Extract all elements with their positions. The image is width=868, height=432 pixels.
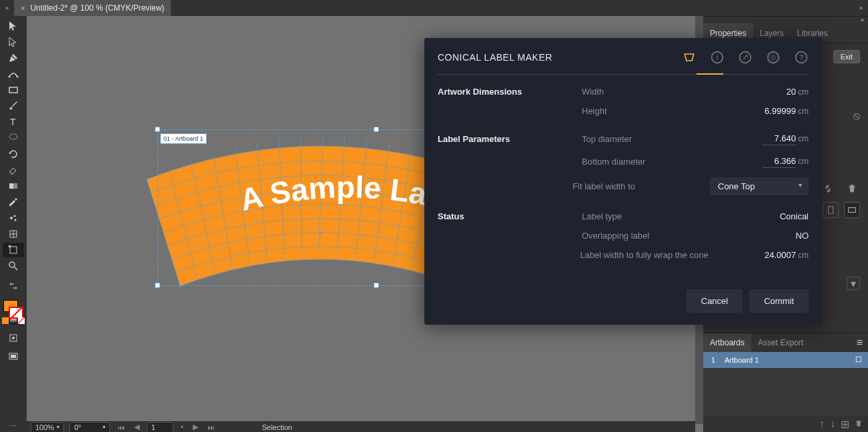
fill-stroke-swatches[interactable] [3,296,23,313]
svg-text:i: i [717,53,719,61]
cancel-button[interactable]: Cancel [687,289,743,313]
label-shape-icon[interactable] [682,50,697,65]
label-type-label: Label type [582,211,729,221]
rotation-select[interactable]: 0° ▾ [69,422,110,433]
rotate-tool[interactable] [3,147,24,161]
toggle-fill-stroke-icon[interactable] [3,279,24,293]
lasso-tool[interactable] [3,131,24,145]
tab-asset-export[interactable]: Asset Export [751,333,810,352]
curvature-tool[interactable] [3,67,24,81]
exit-button[interactable]: Exit [833,50,860,63]
wrap-value: 24.0007 [765,250,796,260]
selection-bounds [157,129,451,286]
page-input[interactable]: 1 [147,422,173,433]
eraser-tool[interactable] [3,163,24,177]
selection-tool[interactable] [3,19,24,33]
screen-mode-icon[interactable] [3,349,24,364]
orientation-landscape-icon[interactable] [844,202,860,218]
overlap-value: NO [796,231,809,241]
toolbar-more-icon[interactable]: ⋯ [10,422,17,432]
svg-rect-2 [9,87,17,93]
svg-point-4 [9,134,17,139]
artboards-footer: ↑ ↓ ⊞ [703,416,868,432]
fit-select[interactable]: Cone Top [710,177,809,195]
zoom-select[interactable]: 100% ▾ [31,422,64,433]
fit-label: Fit label width to [572,181,710,191]
status-bar: 100% ▾ 0° ▾ ⏮ ◀ 1 ▾ ▶ ⏭ Selection [27,421,695,432]
chevron-down-icon[interactable]: ▾ [847,277,860,290]
section-label-parameters: Label Parameters [438,134,582,144]
selection-handle[interactable] [374,127,379,132]
rectangle-tool[interactable] [3,83,24,97]
svg-text:T: T [10,117,16,127]
page-dropdown-icon[interactable]: ▾ [179,424,185,430]
no-image-icon: ⦸ [853,110,860,122]
svg-point-0 [9,76,11,78]
svg-rect-16 [11,355,16,358]
svg-rect-10 [10,247,17,253]
expand-icon[interactable]: » [5,5,9,11]
artboard-item-name: Artboard 1 [725,356,759,364]
tools-icon[interactable] [738,50,753,65]
conical-label-maker-dialog: CONICAL LABEL MAKER i ? Artwork Dimensio… [424,38,822,325]
svg-text:?: ? [799,53,803,61]
gradient-tool[interactable] [3,179,24,193]
overlap-label: Overlapping label [582,231,729,241]
artboard-options-icon[interactable] [855,355,863,365]
delete-artboard-icon[interactable] [855,418,863,430]
help-icon[interactable]: ? [794,50,809,65]
new-artboard-icon[interactable]: ⊞ [841,418,849,431]
first-page-icon[interactable]: ⏮ [115,423,127,431]
dialog-title: CONICAL LABEL MAKER [438,52,552,63]
section-artwork-dimensions: Artwork Dimensions [438,87,582,97]
svg-point-7 [10,217,13,219]
collapse-panel-icon[interactable]: » [861,17,864,23]
width-value: 20 [787,87,796,97]
top-diameter-label: Top diameter [582,134,729,144]
move-up-icon[interactable]: ↑ [819,418,825,430]
selection-handle[interactable] [374,283,379,288]
move-down-icon[interactable]: ↓ [830,418,835,430]
height-label: Height [582,106,729,116]
svg-point-8 [14,215,16,217]
slice-tool[interactable] [3,227,24,241]
status-mode: Selection [262,423,292,431]
svg-point-9 [15,219,17,221]
gear-icon[interactable] [766,50,781,65]
document-tab[interactable]: × Untitled-2* @ 100 % (CMYK/Preview) [14,0,171,16]
panel-menu-icon[interactable]: ≡ [857,337,868,349]
top-diameter-input[interactable] [763,132,796,145]
selection-handle[interactable] [155,127,160,132]
zoom-tool[interactable] [3,259,24,273]
commit-button[interactable]: Commit [749,289,809,313]
artboard-name-label[interactable]: 01 - Artboard 1 [160,133,207,144]
eyedropper-tool[interactable] [3,195,24,209]
trash-icon[interactable] [844,181,860,197]
height-value: 6.99999 [765,106,796,116]
draw-mode-icon[interactable] [3,331,24,345]
direct-selection-tool[interactable] [3,35,24,49]
bottom-diameter-label: Bottom diameter [582,157,729,167]
info-icon[interactable]: i [710,50,725,65]
artboard-tool[interactable] [3,243,24,257]
tab-artboards[interactable]: Artboards [703,333,751,352]
label-type-value: Conical [780,211,809,221]
svg-rect-11 [9,245,11,247]
collapse-icon[interactable]: » [859,5,868,11]
last-page-icon[interactable]: ⏭ [205,423,217,431]
selection-handle[interactable] [155,283,160,288]
artboard-list-item[interactable]: 1 Artboard 1 [703,352,868,368]
close-tab-icon[interactable]: × [21,4,25,12]
svg-point-14 [12,337,15,339]
svg-point-12 [9,262,15,267]
width-label: Width [582,87,729,97]
symbol-sprayer-tool[interactable] [3,211,24,225]
type-tool[interactable]: T [3,115,24,129]
orientation-portrait-icon[interactable] [823,202,839,218]
paintbrush-tool[interactable] [3,99,24,113]
link-icon[interactable] [820,181,836,197]
pen-tool[interactable] [3,51,24,65]
prev-page-icon[interactable]: ◀ [132,423,141,431]
next-page-icon[interactable]: ▶ [191,423,200,431]
bottom-diameter-input[interactable] [763,155,796,168]
